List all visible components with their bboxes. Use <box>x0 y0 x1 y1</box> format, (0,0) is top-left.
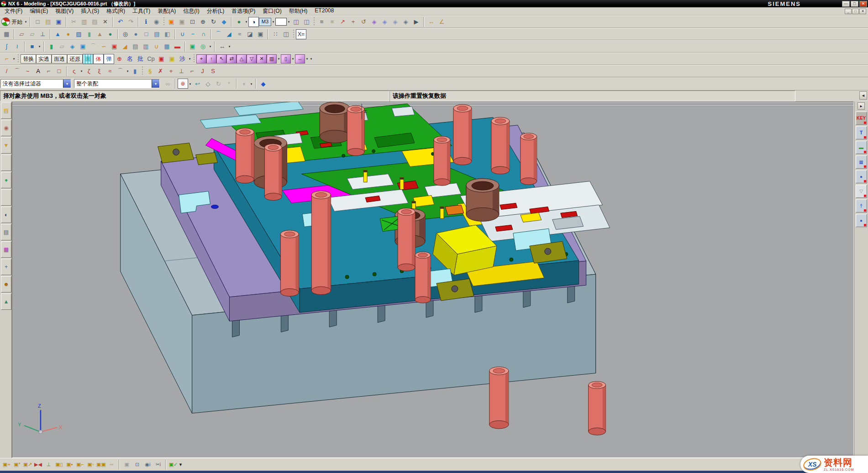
edge-blend-icon[interactable]: ⌒ <box>213 29 224 39</box>
datum-plane-icon[interactable]: ▱ <box>27 29 37 39</box>
window-cube-icon[interactable]: ⊡ <box>132 460 142 470</box>
hole-icon[interactable]: ◎ <box>120 29 131 39</box>
block-icon[interactable]: ▧ <box>74 29 84 39</box>
fill-window-icon[interactable]: ▣ <box>177 17 187 27</box>
reuse-green-insert[interactable]: ▬ <box>856 141 867 154</box>
center-target-icon[interactable]: ⊕ <box>114 54 125 64</box>
key-doc-icon[interactable]: § <box>145 66 155 76</box>
bottom-overflow-dropdown[interactable]: ▾ <box>179 460 183 470</box>
name-display-icon[interactable]: 名 <box>125 54 135 64</box>
expressions-icon[interactable]: X= <box>296 29 306 39</box>
menu-insert[interactable]: 插入(S) <box>77 7 103 16</box>
gold-cube-icon[interactable]: ▣ <box>167 54 177 64</box>
delete-component-cube-icon[interactable]: ✕ <box>257 54 267 64</box>
wireframe-cube-icon[interactable]: ◇ <box>203 79 213 89</box>
pocket-green-icon[interactable]: ▣ <box>187 42 198 52</box>
selection-filter-dropdown-button[interactable]: ▾ <box>63 80 71 88</box>
move-component-icon[interactable]: ▣↗ <box>22 460 33 470</box>
perspective-cube-icon[interactable]: ◆ <box>219 17 229 27</box>
rects-component-cube-icon[interactable]: ▯ <box>281 54 291 64</box>
gold-extrude-dropdown[interactable]: ▾ <box>12 54 16 64</box>
studio-spline-icon[interactable]: ς <box>69 66 79 76</box>
s-curve-icon[interactable]: S <box>208 66 218 76</box>
internet-browser-tab[interactable]: ● <box>1 172 11 188</box>
mdi-close-button[interactable]: ✕ <box>859 9 866 14</box>
rotate-gray-icon[interactable]: ↻ <box>213 79 224 89</box>
pad-icon[interactable]: ▤ <box>152 29 162 39</box>
thread-icon[interactable]: ≈ <box>234 29 245 39</box>
menu-help[interactable]: 帮助(H) <box>285 7 311 16</box>
minimize-button[interactable]: — <box>842 1 850 7</box>
constraint-cube-2-icon[interactable]: ◈ <box>379 17 390 27</box>
layer-visible-icon[interactable]: ≡ <box>327 17 337 27</box>
reuse-key-part[interactable]: KEY <box>856 112 867 125</box>
layer-settings-icon[interactable]: ≡ <box>316 17 327 27</box>
explode-assembly-icon[interactable]: ▣▣ <box>96 460 106 470</box>
spline-icon[interactable]: ~ <box>22 66 33 76</box>
intersect-icon[interactable]: ∩ <box>198 29 209 39</box>
smooth-curve-icon[interactable]: ≈ <box>105 66 115 76</box>
rotate-view-icon[interactable]: ↻ <box>208 17 219 27</box>
window-in-icon[interactable]: ◫ <box>291 17 301 27</box>
shell-icon[interactable]: ▣ <box>255 29 266 39</box>
view-layer-box[interactable]: M3 <box>259 18 271 26</box>
line-icon[interactable]: / <box>1 66 12 76</box>
task-environment-icon[interactable]: ▦ <box>1 29 12 39</box>
suppress-component-icon[interactable]: ▣▪ <box>64 460 75 470</box>
emboss-icon[interactable]: ◧ <box>162 29 173 39</box>
constraint-cube-1-icon[interactable]: ◈ <box>369 17 379 27</box>
face-curve-icon[interactable]: ▮ <box>130 66 140 76</box>
undo-icon[interactable]: ↶ <box>115 17 126 27</box>
new-component-icon[interactable]: ▣* <box>12 460 22 470</box>
find-component-icon[interactable]: ∞ <box>163 79 173 89</box>
menu-preferences[interactable]: 首选项(P) <box>228 7 259 16</box>
selection-scope-dropdown-button[interactable]: ▾ <box>152 80 159 88</box>
selection-scope-dropdown[interactable]: 整个装配 ▾ <box>74 79 160 88</box>
degrees-of-freedom-icon[interactable]: ⊥ <box>43 460 54 470</box>
background-dropdown[interactable]: ▾ <box>287 17 291 27</box>
paste-icon[interactable]: ▤ <box>89 17 100 27</box>
tube-icon[interactable]: ≀ <box>12 42 22 52</box>
redo-icon[interactable]: ↷ <box>126 17 136 27</box>
dimension-icon[interactable]: ↔ <box>217 42 227 52</box>
red-cube-icon[interactable]: ▣ <box>156 54 167 64</box>
warn-triangle-cube-icon[interactable]: △ <box>237 54 247 64</box>
face-transparent-button[interactable]: 面透 <box>52 54 67 64</box>
verify-assembly-icon[interactable]: ▣✓ <box>168 460 179 470</box>
profile-icon[interactable]: ⌐ <box>43 66 54 76</box>
part-navigator-tab[interactable]: ▼ <box>1 137 11 154</box>
constraint-cube-3-icon[interactable]: ◈ <box>390 17 400 27</box>
cross-curve-icon[interactable]: + <box>166 66 176 76</box>
fit-window-icon[interactable]: ▣ <box>166 17 177 27</box>
mate-component-icon[interactable]: ▶◀ <box>33 460 43 470</box>
swap-component-cube-icon[interactable]: ⇄ <box>226 54 237 64</box>
batch-icon[interactable]: 批 <box>135 54 146 64</box>
nx-logo-icon[interactable] <box>1 17 10 26</box>
trim-body-icon[interactable]: ◪ <box>245 29 255 39</box>
drag-component-cube-icon[interactable]: ↖ <box>216 54 226 64</box>
warn-cylinder-cube-icon[interactable]: ▽ <box>247 54 257 64</box>
reuse-white-punch[interactable]: ▽ <box>856 185 867 198</box>
menu-file[interactable]: 文件(F) <box>1 7 26 16</box>
expand-palette-arrow[interactable]: ▸ <box>857 102 865 110</box>
menu-view[interactable]: 视图(V) <box>52 7 77 16</box>
pocket-green2-icon[interactable]: ◎ <box>198 42 208 52</box>
visualization-tab[interactable]: + <box>1 259 11 275</box>
menu-et2008[interactable]: ET2008 <box>311 7 337 16</box>
selection-filter-dropdown[interactable]: 没有选择过滤器 ▾ <box>0 79 71 88</box>
measure-angle-icon[interactable]: ∠ <box>437 17 447 27</box>
bool-cylinder-icon[interactable]: ▥ <box>141 42 151 52</box>
orient-axes-icon[interactable]: + <box>348 17 358 27</box>
sweep-gold-icon[interactable]: ⌒ <box>88 42 99 52</box>
zoom-in-out-icon[interactable]: ⊕ <box>198 17 208 27</box>
text-icon[interactable]: A <box>33 66 43 76</box>
reuse-t-punch-part[interactable]: T <box>856 126 867 139</box>
copy-icon[interactable]: ▥ <box>79 17 89 27</box>
reuse-perforated-block[interactable]: ▦ <box>856 155 867 169</box>
open-file-icon[interactable]: ▤ <box>43 17 53 27</box>
design-feature-dropdown[interactable]: ▾ <box>37 42 42 52</box>
measure-distance-icon[interactable]: ↔ <box>426 17 437 27</box>
menu-analysis[interactable]: 分析(L) <box>203 7 228 16</box>
slab-red-icon[interactable]: ▬ <box>172 42 183 52</box>
sphere-icon[interactable]: ● <box>105 29 116 39</box>
